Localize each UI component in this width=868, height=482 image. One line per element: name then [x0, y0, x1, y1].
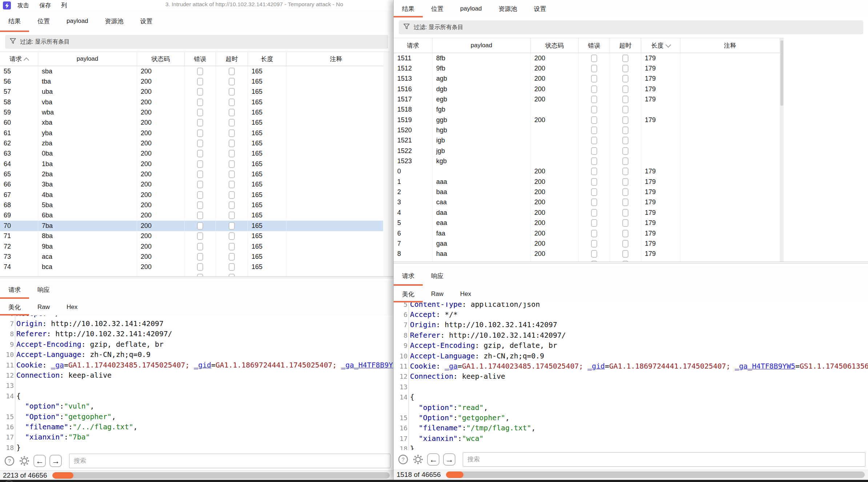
- pane-tab-响应[interactable]: 响应: [423, 266, 452, 286]
- error-checkbox[interactable]: [591, 106, 597, 113]
- error-checkbox[interactable]: [197, 222, 203, 230]
- timeout-checkbox[interactable]: [622, 65, 628, 72]
- table-row[interactable]: 696ba200165: [0, 210, 390, 221]
- error-checkbox[interactable]: [197, 263, 203, 271]
- search-next-button[interactable]: →: [49, 455, 62, 467]
- error-checkbox[interactable]: [197, 170, 203, 178]
- column-header-注释[interactable]: 注释: [680, 38, 780, 53]
- table-row[interactable]: 55sba200165: [0, 66, 390, 76]
- error-checkbox[interactable]: [591, 188, 597, 196]
- tab-设置[interactable]: 设置: [526, 0, 555, 17]
- help-icon[interactable]: ?: [4, 456, 15, 466]
- column-header-错误[interactable]: 错误: [185, 52, 216, 66]
- timeout-checkbox[interactable]: [229, 253, 235, 261]
- search-next-button[interactable]: →: [443, 453, 455, 466]
- error-checkbox[interactable]: [197, 88, 203, 96]
- timeout-checkbox[interactable]: [229, 160, 235, 168]
- search-prev-button[interactable]: ←: [427, 453, 439, 466]
- table-row[interactable]: 5eaa200179: [394, 218, 784, 228]
- timeout-checkbox[interactable]: [229, 181, 235, 188]
- column-header-长度[interactable]: 长度: [248, 52, 286, 66]
- timeout-checkbox[interactable]: [229, 263, 235, 271]
- table-row[interactable]: 1aaa200179: [394, 177, 784, 187]
- request-editor[interactable]: 6Accept: */*7Origin: http://10.102.32.14…: [0, 316, 393, 451]
- error-checkbox[interactable]: [591, 65, 597, 72]
- column-header-长度[interactable]: 长度: [641, 38, 680, 53]
- table-row[interactable]: 57uba200165: [0, 87, 390, 97]
- timeout-checkbox[interactable]: [622, 168, 628, 175]
- menu-item-列[interactable]: 列: [61, 2, 67, 9]
- table-row[interactable]: 1516dgb200179: [394, 84, 784, 94]
- error-checkbox[interactable]: [591, 116, 597, 124]
- timeout-checkbox[interactable]: [229, 109, 235, 116]
- tab-位置[interactable]: 位置: [29, 10, 58, 32]
- table-row[interactable]: 15129fb200179: [394, 63, 784, 73]
- pane-tab-请求[interactable]: 请求: [0, 281, 29, 299]
- column-header-payload[interactable]: payload: [433, 38, 531, 53]
- error-checkbox[interactable]: [197, 243, 203, 250]
- error-checkbox[interactable]: [591, 250, 597, 258]
- timeout-checkbox[interactable]: [622, 230, 628, 237]
- table-row[interactable]: 3caa200179: [394, 197, 784, 208]
- column-header-注释[interactable]: 注释: [286, 52, 386, 66]
- table-row[interactable]: 707ba200165: [0, 221, 390, 231]
- tab-payload[interactable]: payload: [58, 10, 97, 32]
- tab-位置[interactable]: 位置: [423, 0, 452, 17]
- table-row[interactable]: 7gaa200179: [394, 238, 784, 249]
- tab-结果[interactable]: 结果: [394, 0, 423, 17]
- timeout-checkbox[interactable]: [622, 178, 628, 186]
- error-checkbox[interactable]: [197, 150, 203, 157]
- table-row[interactable]: 2baa200179: [394, 187, 784, 197]
- table-row[interactable]: 60xba200165: [0, 118, 390, 128]
- error-checkbox[interactable]: [591, 198, 597, 206]
- taskbar-app-icon[interactable]: [4, 480, 14, 482]
- table-row[interactable]: 1520hgb: [394, 125, 784, 135]
- column-header-超时[interactable]: 超时: [610, 38, 641, 53]
- error-checkbox[interactable]: [591, 209, 597, 217]
- timeout-checkbox[interactable]: [622, 147, 628, 155]
- error-checkbox[interactable]: [591, 168, 597, 175]
- table-row[interactable]: 1513agb200179: [394, 74, 784, 84]
- view-tab-Raw[interactable]: Raw: [423, 286, 452, 302]
- search-prev-button[interactable]: ←: [33, 455, 46, 467]
- column-header-请求[interactable]: 请求: [0, 52, 38, 66]
- error-checkbox[interactable]: [197, 109, 203, 116]
- pane-tab-请求[interactable]: 请求: [394, 266, 423, 286]
- table-row[interactable]: 630ba200165: [0, 149, 390, 159]
- error-checkbox[interactable]: [197, 129, 203, 137]
- timeout-checkbox[interactable]: [622, 85, 628, 93]
- error-checkbox[interactable]: [197, 232, 203, 240]
- table-row[interactable]: 663ba200165: [0, 180, 390, 190]
- view-tab-Hex[interactable]: Hex: [452, 286, 479, 302]
- error-checkbox[interactable]: [197, 78, 203, 85]
- timeout-checkbox[interactable]: [229, 222, 235, 230]
- table-row[interactable]: 74bca200165: [0, 262, 390, 272]
- table-row[interactable]: 718ba200165: [0, 231, 390, 241]
- error-checkbox[interactable]: [591, 147, 597, 155]
- timeout-checkbox[interactable]: [229, 243, 235, 250]
- table-row[interactable]: 729ba200165: [0, 241, 390, 252]
- error-checkbox[interactable]: [197, 99, 203, 106]
- timeout-checkbox[interactable]: [622, 240, 628, 248]
- table-row[interactable]: 1522jgb: [394, 146, 784, 156]
- error-checkbox[interactable]: [591, 96, 597, 103]
- timeout-checkbox[interactable]: [622, 188, 628, 196]
- timeout-checkbox[interactable]: [229, 129, 235, 137]
- error-checkbox[interactable]: [197, 212, 203, 219]
- timeout-checkbox[interactable]: [229, 78, 235, 85]
- timeout-checkbox[interactable]: [229, 68, 235, 75]
- timeout-checkbox[interactable]: [229, 99, 235, 106]
- table-row[interactable]: 15118fb200179: [394, 53, 784, 63]
- view-tab-Hex[interactable]: Hex: [58, 299, 86, 316]
- timeout-checkbox[interactable]: [229, 201, 235, 209]
- error-checkbox[interactable]: [591, 85, 597, 93]
- timeout-checkbox[interactable]: [622, 126, 628, 134]
- error-checkbox[interactable]: [197, 68, 203, 75]
- table-row[interactable]: 641ba200165: [0, 159, 390, 169]
- error-checkbox[interactable]: [197, 253, 203, 261]
- error-checkbox[interactable]: [197, 160, 203, 168]
- table-row[interactable]: 56tba200165: [0, 76, 390, 87]
- table-row[interactable]: 1517egb200179: [394, 94, 784, 104]
- error-checkbox[interactable]: [591, 240, 597, 248]
- error-checkbox[interactable]: [591, 178, 597, 186]
